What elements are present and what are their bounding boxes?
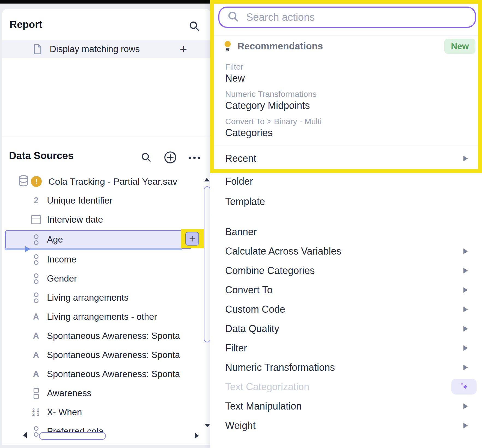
menu-item-label: Weight <box>225 420 255 431</box>
data-source-file-row[interactable]: Cola Tracking - Partial Year.sav <box>2 172 211 191</box>
menu-item-label: Numeric Transformations <box>225 362 335 373</box>
data-sources-title: Data Sources <box>9 150 74 162</box>
recommendation-item[interactable]: Convert To > Binary - Multi Categories <box>225 116 466 139</box>
variable-row[interactable]: Living arrangements <box>2 288 211 307</box>
menu-group-primary: Folder Template <box>210 171 482 212</box>
variable-label: X- When <box>47 407 82 417</box>
menu-item[interactable]: Calculate Across Variables <box>210 241 482 261</box>
search-actions-field[interactable] <box>218 7 476 28</box>
variable-row[interactable]: Preferred cola <box>2 422 211 441</box>
menu-item[interactable]: Filter <box>210 338 482 358</box>
variable-row[interactable]: Age <box>5 230 192 249</box>
page-icon <box>32 43 43 55</box>
submenu-arrow-icon <box>463 404 468 409</box>
menu-item[interactable]: Numeric Transformations <box>210 358 482 377</box>
report-section-title: Report <box>10 19 42 30</box>
variable-type-icon <box>30 311 42 323</box>
recommendations-title: Recommendations <box>237 41 323 52</box>
submenu-arrow-icon <box>463 423 468 428</box>
menu-divider <box>214 145 478 145</box>
menu-item[interactable]: Combine Categories <box>210 261 482 280</box>
variable-row[interactable]: Awareness <box>2 384 211 403</box>
add-page-button[interactable]: + <box>175 40 192 58</box>
search-icon <box>219 10 240 24</box>
variable-row[interactable]: Spontaneous Awareness: Sponta <box>2 326 211 345</box>
variable-row[interactable]: Gender <box>2 269 211 288</box>
variable-type-icon <box>30 368 42 380</box>
submenu-arrow-icon <box>463 156 468 161</box>
variable-type-icon <box>30 214 42 226</box>
scroll-up-arrow[interactable] <box>204 178 210 181</box>
variable-tree: Cola Tracking - Partial Year.sav Unique … <box>2 172 211 441</box>
variable-row[interactable]: Income <box>2 250 211 269</box>
variable-row[interactable]: Living arrangements - other <box>2 307 211 326</box>
variable-label: Living arrangements <box>47 292 129 303</box>
submenu-arrow-icon <box>463 287 468 293</box>
report-item-label: Display matching rows <box>50 44 140 54</box>
menu-item[interactable]: Banner <box>210 222 482 241</box>
variable-label: Spontaneous Awareness: Sponta <box>47 331 180 341</box>
section-divider <box>2 136 211 136</box>
variable-label: Unique Identifier <box>47 195 112 206</box>
add-data-source-button[interactable] <box>164 151 177 164</box>
variable-label: Interview date <box>47 214 103 225</box>
variable-row[interactable]: Unique Identifier <box>2 191 211 210</box>
menu-item[interactable]: Folder <box>210 171 482 192</box>
variable-label: Awareness <box>47 388 91 398</box>
menu-item[interactable]: Custom Code <box>210 300 482 319</box>
data-sources-search-button[interactable] <box>140 152 152 164</box>
menu-item[interactable]: Text Categorization <box>210 377 482 396</box>
menu-item-label: Text Manipulation <box>225 401 302 412</box>
database-icon <box>18 175 29 188</box>
variable-row[interactable]: Spontaneous Awareness: Sponta <box>2 365 211 384</box>
variable-row[interactable]: Interview date <box>2 210 211 229</box>
submenu-arrow-icon <box>463 307 468 312</box>
variable-label: Spontaneous Awareness: Sponta <box>47 369 180 379</box>
vertical-scrollbar[interactable] <box>204 186 210 342</box>
submenu-arrow-icon <box>463 268 468 273</box>
variable-type-icon <box>30 292 42 304</box>
menu-item[interactable]: Data Quality <box>210 319 482 338</box>
warning-icon <box>31 176 42 187</box>
variable-row[interactable]: Spontaneous Awareness: Sponta <box>2 345 211 365</box>
data-sources-more-button[interactable] <box>188 152 201 164</box>
search-icon <box>141 152 152 164</box>
menu-group-actions: Banner Calculate Across Variables Combin… <box>210 222 482 435</box>
menu-item-label: Text Categorization <box>225 381 309 393</box>
scroll-right-arrow[interactable] <box>195 433 199 439</box>
recommendation-list: Filter New Numeric Transformations Categ… <box>225 62 466 139</box>
recommendation-action: Category Midpoints <box>225 99 466 112</box>
variable-type-icon <box>30 195 42 207</box>
menu-item[interactable]: Text Manipulation <box>210 396 482 416</box>
variable-row[interactable]: X- When <box>2 403 211 422</box>
data-source-file-name: Cola Tracking - Partial Year.sav <box>48 176 177 187</box>
submenu-arrow-icon <box>463 326 468 331</box>
lightbulb-icon <box>222 40 233 52</box>
menu-item-recent[interactable]: Recent <box>210 148 482 169</box>
report-item-display-matching-rows[interactable]: Display matching rows + <box>2 40 211 58</box>
submenu-arrow-icon <box>463 249 468 254</box>
scroll-down-arrow[interactable] <box>205 424 210 427</box>
ellipsis-icon <box>189 157 200 159</box>
variable-type-icon <box>30 330 42 342</box>
horizontal-scrollbar[interactable] <box>39 432 106 440</box>
menu-item-label: Recent <box>225 153 256 164</box>
scroll-left-arrow[interactable] <box>23 432 27 438</box>
search-actions-input[interactable] <box>246 11 469 23</box>
search-icon <box>188 20 200 33</box>
variable-type-icon <box>30 234 42 246</box>
left-panel: Report Display matching rows + Data Sour… <box>2 9 211 445</box>
recommendation-category: Numeric Transformations <box>225 89 466 99</box>
menu-item[interactable]: Convert To <box>210 280 482 300</box>
submenu-arrow-icon <box>463 345 468 351</box>
variable-type-icon <box>30 387 42 399</box>
menu-item[interactable]: Template <box>210 192 482 212</box>
drag-variable-add-button[interactable]: + <box>185 232 199 246</box>
drop-indicator-arrow-icon <box>25 246 30 252</box>
variable-label: Living arrangements - other <box>47 312 157 322</box>
menu-item-label: Combine Categories <box>225 265 315 276</box>
recommendation-item[interactable]: Numeric Transformations Category Midpoin… <box>225 89 466 112</box>
recommendation-item[interactable]: Filter New <box>225 62 466 85</box>
report-search-button[interactable] <box>188 20 200 32</box>
menu-item[interactable]: Weight <box>210 416 482 435</box>
